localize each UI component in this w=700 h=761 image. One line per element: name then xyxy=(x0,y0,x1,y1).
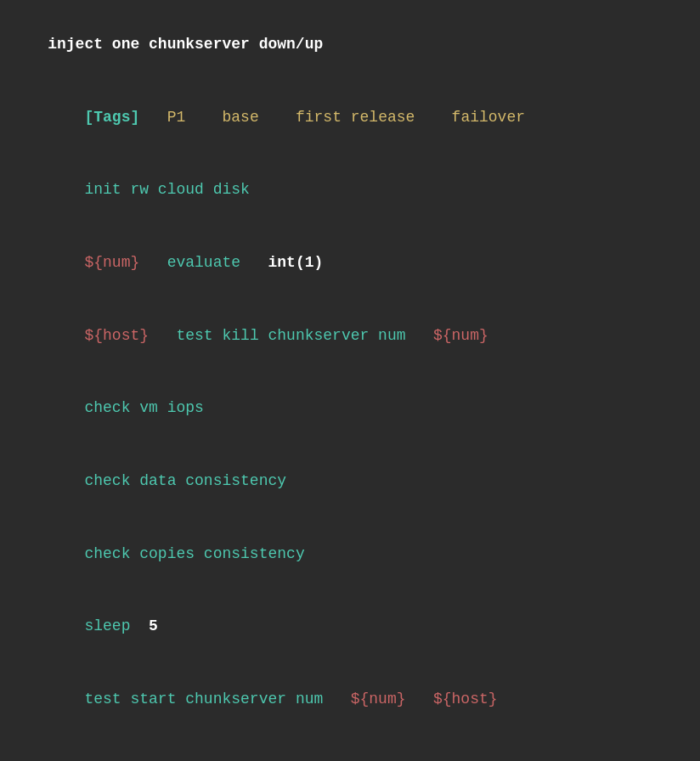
check-data-text-1: check data consistency xyxy=(84,472,286,489)
p1-label-1: P1 xyxy=(167,109,186,126)
spacer5 xyxy=(415,109,451,126)
spacer2 xyxy=(240,254,268,271)
indent xyxy=(48,617,84,634)
check-copies-text-1: check copies consistency xyxy=(84,545,304,562)
indent xyxy=(48,181,84,198)
spacer2 xyxy=(406,327,433,344)
test-kill-text-1: test kill chunkserver num xyxy=(176,327,405,344)
num-var-ref2-1: ${num} xyxy=(351,691,406,707)
indent xyxy=(48,327,84,344)
section1-check-vm-line2: check vm iops xyxy=(0,736,700,761)
spacer xyxy=(149,327,176,344)
indent xyxy=(48,691,84,707)
release-label-1: release xyxy=(351,109,415,126)
indent xyxy=(48,545,84,562)
num-var-ref-1: ${num} xyxy=(433,327,488,344)
section1-check-vm-line: check vm iops xyxy=(0,372,700,445)
section1-host-kill-line: ${host} test kill chunkserver num ${num} xyxy=(0,300,700,373)
section1-check-data-line: check data consistency xyxy=(0,445,700,518)
tags-bracket-1: [Tags] xyxy=(84,109,139,126)
base-label-1: base xyxy=(222,109,258,126)
indent xyxy=(48,472,84,489)
indent xyxy=(48,399,84,416)
spacer xyxy=(323,691,350,707)
test-start-text-1: test start chunkserver num xyxy=(84,691,323,707)
num-var-1: ${num} xyxy=(84,254,139,271)
sleep-text-1: sleep xyxy=(84,617,130,634)
section1-num-eval-line: ${num} evaluate int(1) xyxy=(0,227,700,300)
spacer2 xyxy=(185,109,222,126)
spacer xyxy=(139,109,167,126)
code-section-1: inject one chunkserver down/up [Tags] P1… xyxy=(0,0,700,761)
indent xyxy=(48,254,84,271)
section1-test-start-line: test start chunkserver num ${num} ${host… xyxy=(0,663,700,736)
section1-check-copies-line: check copies consistency xyxy=(0,518,700,591)
section1-init-line: init rw cloud disk xyxy=(0,154,700,227)
section1-title: inject one chunkserver down/up xyxy=(0,8,700,82)
spacer2 xyxy=(406,691,433,707)
init-rw-text: init rw cloud disk xyxy=(84,181,249,198)
spacer4 xyxy=(342,109,351,126)
section1-sleep-line: sleep 5 xyxy=(0,590,700,663)
spacer xyxy=(130,617,149,634)
first-label-1: first xyxy=(296,109,342,126)
indent xyxy=(48,109,84,126)
section1-title-text: inject one chunkserver down/up xyxy=(48,36,323,53)
spacer xyxy=(139,254,167,271)
sleep-val-1: 5 xyxy=(149,617,158,634)
failover-label-1: failover xyxy=(452,109,525,126)
section1-tags-line: [Tags] P1 base first release failover xyxy=(0,82,700,155)
host-var-ref-1: ${host} xyxy=(433,691,498,707)
host-var-1: ${host} xyxy=(84,327,149,344)
int1-text: int(1) xyxy=(268,254,323,271)
check-vm-text-1: check vm iops xyxy=(84,399,203,416)
spacer3 xyxy=(259,109,296,126)
evaluate-text-1: evaluate xyxy=(167,254,240,271)
